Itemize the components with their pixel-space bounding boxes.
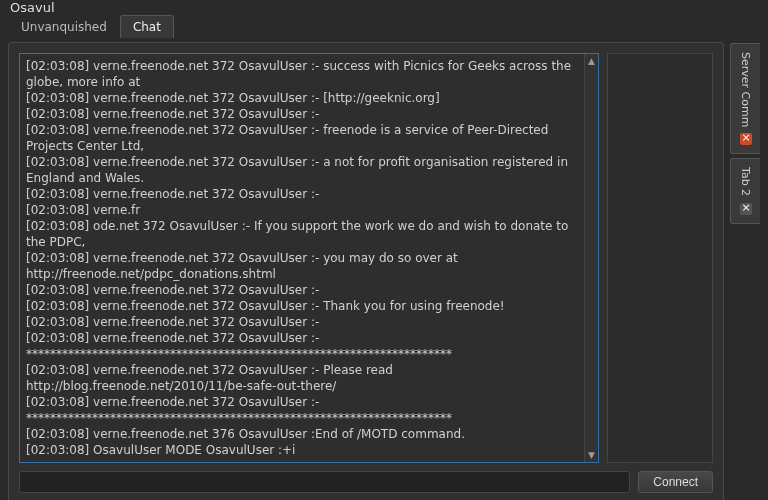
scroll-up-icon[interactable]: ▲ bbox=[585, 54, 598, 68]
log-line: [02:03:08] verne.fr bbox=[26, 202, 578, 218]
log-line: [02:03:08] OsavulUser MODE OsavulUser :+… bbox=[26, 442, 578, 458]
tab-chat[interactable]: Chat bbox=[120, 15, 174, 38]
log-line: [02:03:08] verne.freenode.net 376 Osavul… bbox=[26, 426, 578, 442]
client-area: Unvanquished Chat [02:03:08] verne.freen… bbox=[0, 15, 768, 500]
tab-label: Chat bbox=[133, 20, 161, 34]
log-line: [02:03:08] verne.freenode.net 372 Osavul… bbox=[26, 154, 578, 186]
dock-tab-label: Tab 2 bbox=[739, 167, 752, 196]
log-line: [02:03:08] verne.freenode.net 372 Osavul… bbox=[26, 106, 578, 122]
message-input[interactable] bbox=[19, 471, 630, 493]
chat-panel: [02:03:08] verne.freenode.net 372 Osavul… bbox=[8, 42, 724, 500]
window-title: Osavul bbox=[10, 0, 55, 15]
scroll-down-icon[interactable]: ▼ bbox=[585, 448, 598, 462]
tab-bar: Unvanquished Chat bbox=[8, 15, 724, 38]
log-line: [02:03:08] verne.freenode.net 372 Osavul… bbox=[26, 122, 578, 154]
log-line: [02:03:08] verne.freenode.net 372 Osavul… bbox=[26, 330, 578, 362]
main-column: Unvanquished Chat [02:03:08] verne.freen… bbox=[8, 15, 724, 500]
log-scrollbar[interactable]: ▲ ▼ bbox=[584, 54, 598, 462]
close-icon[interactable] bbox=[740, 133, 752, 145]
user-list[interactable] bbox=[607, 53, 713, 463]
log-line: [02:03:08] verne.freenode.net 372 Osavul… bbox=[26, 58, 578, 90]
dock-tab-label: Server Comm bbox=[739, 52, 752, 127]
window-titlebar: Osavul bbox=[0, 0, 768, 15]
log-row: [02:03:08] verne.freenode.net 372 Osavul… bbox=[19, 53, 713, 463]
log-line: [02:03:08] verne.freenode.net 372 Osavul… bbox=[26, 282, 578, 298]
right-dock: Server Comm Tab 2 bbox=[730, 15, 760, 500]
connect-button[interactable]: Connect bbox=[638, 471, 713, 493]
tab-unvanquished[interactable]: Unvanquished bbox=[8, 15, 120, 38]
log-container: [02:03:08] verne.freenode.net 372 Osavul… bbox=[19, 53, 599, 463]
log-line: [02:03:08] verne.freenode.net 372 Osavul… bbox=[26, 394, 578, 426]
dock-tab-2[interactable]: Tab 2 bbox=[730, 158, 760, 223]
dock-tab-server-comm[interactable]: Server Comm bbox=[730, 43, 760, 154]
log-line: [02:03:08] verne.freenode.net 372 Osavul… bbox=[26, 362, 578, 394]
chat-log[interactable]: [02:03:08] verne.freenode.net 372 Osavul… bbox=[20, 54, 584, 462]
log-line: [02:03:08] verne.freenode.net 372 Osavul… bbox=[26, 314, 578, 330]
log-line: [02:03:08] verne.freenode.net 372 Osavul… bbox=[26, 186, 578, 202]
log-line: [02:03:08] verne.freenode.net 372 Osavul… bbox=[26, 298, 578, 314]
log-line: [02:03:08] ode.net 372 OsavulUser :- If … bbox=[26, 218, 578, 250]
log-line: [02:03:08] verne.freenode.net 372 Osavul… bbox=[26, 250, 578, 282]
input-row: Connect bbox=[19, 471, 713, 493]
close-icon[interactable] bbox=[740, 203, 752, 215]
log-line: [02:03:08] verne.freenode.net 372 Osavul… bbox=[26, 90, 578, 106]
tab-label: Unvanquished bbox=[21, 20, 107, 34]
